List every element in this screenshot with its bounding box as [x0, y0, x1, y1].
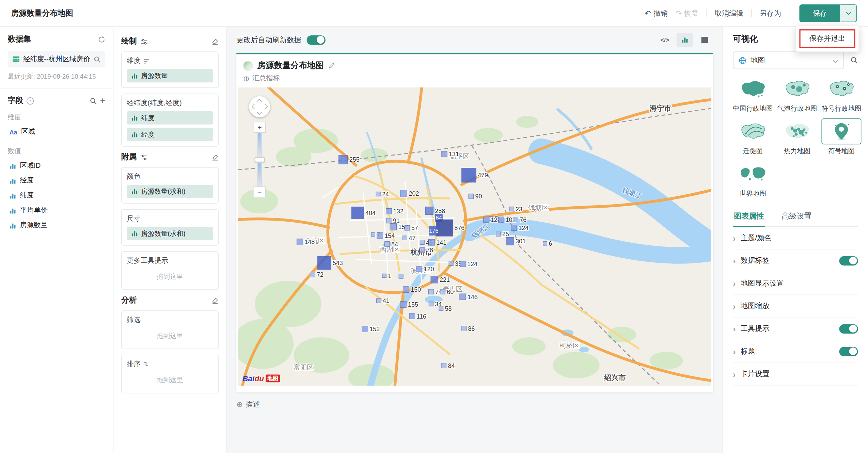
field-item[interactable]: 经度 — [8, 173, 105, 188]
map-marker[interactable] — [386, 218, 391, 223]
edit-title-icon[interactable] — [328, 62, 335, 69]
code-view-button[interactable]: </> — [657, 33, 673, 47]
viz-type-option[interactable]: 气泡行政地图 — [777, 76, 817, 114]
map-marker[interactable] — [511, 225, 517, 231]
search-fields-icon[interactable] — [90, 97, 97, 104]
map-marker[interactable] — [513, 217, 518, 222]
property-section[interactable]: ›主题/颜色 — [733, 227, 858, 250]
field-chip[interactable]: 经度 — [127, 128, 213, 141]
map-marker[interactable] — [400, 190, 407, 197]
preview-dataset-icon[interactable] — [94, 55, 101, 63]
field-chip[interactable]: 房源数量 — [127, 69, 213, 82]
map-marker[interactable] — [400, 302, 406, 308]
description-button[interactable]: ⊕ 描述 — [236, 400, 713, 409]
property-section[interactable]: ›卡片设置 — [733, 363, 858, 386]
map-marker[interactable] — [442, 151, 447, 157]
map-marker[interactable] — [439, 306, 443, 311]
clear-icon[interactable] — [211, 38, 219, 45]
zoom-slider-track[interactable] — [257, 133, 262, 157]
drop-zone[interactable]: 更多工具提示拖到这里 — [121, 251, 219, 290]
map-marker[interactable] — [310, 272, 315, 277]
field-chip[interactable]: 房源数量(求和) — [127, 185, 213, 198]
save-as-button[interactable]: 另存为 — [759, 8, 781, 18]
map-marker[interactable] — [483, 217, 489, 222]
map-canvas[interactable]: 海宁市临平区钱塘区钱塘江钱塘江杭州市西湖区余杭区滨江区萧山区柯桥区绍兴市富阳区 … — [238, 87, 711, 386]
map-marker[interactable] — [399, 274, 403, 278]
map-marker[interactable] — [429, 302, 433, 306]
chart-view-button[interactable] — [677, 33, 693, 47]
field-item[interactable]: 区域ID — [8, 158, 105, 173]
pan-down-icon[interactable] — [257, 109, 262, 115]
drop-zone[interactable]: 经纬度(纬度,经度)纬度经度 — [121, 94, 219, 147]
save-and-exit-menu-item[interactable]: 保存并退出 — [809, 34, 846, 43]
map-marker[interactable] — [462, 168, 476, 182]
pan-right-icon[interactable] — [262, 104, 268, 109]
map-marker[interactable] — [431, 276, 438, 283]
map-marker[interactable] — [376, 192, 380, 196]
field-item[interactable]: 平均单价 — [8, 203, 105, 218]
map-marker[interactable] — [339, 155, 348, 164]
zoom-out-button[interactable]: − — [254, 187, 266, 198]
pan-left-icon[interactable] — [252, 104, 257, 109]
drop-zone[interactable]: 颜色房源数量(求和) — [121, 167, 219, 204]
drop-zone[interactable]: 筛选拖到这里 — [121, 310, 219, 349]
map-marker[interactable] — [318, 256, 331, 270]
zoom-slider-track[interactable] — [257, 162, 262, 187]
map-marker[interactable] — [403, 236, 407, 240]
map-marker[interactable] — [351, 207, 364, 219]
undo-button[interactable]: ↶ 撤销 — [645, 8, 668, 18]
map-marker[interactable] — [297, 239, 303, 245]
save-dropdown-button[interactable] — [840, 4, 857, 22]
map-marker[interactable] — [384, 242, 390, 247]
section-toggle[interactable] — [839, 324, 858, 334]
section-toggle[interactable] — [839, 256, 858, 265]
map-marker[interactable] — [460, 294, 466, 300]
viz-type-option[interactable]: 符号行政地图 — [821, 76, 861, 114]
viz-type-option[interactable]: 世界地图 — [733, 161, 773, 199]
tab-chart-properties[interactable]: 图表属性 — [733, 206, 765, 227]
field-chip[interactable]: 纬度 — [127, 111, 213, 125]
search-chart-type-icon[interactable] — [850, 56, 858, 64]
zoom-in-button[interactable]: + — [254, 122, 266, 133]
map-marker[interactable] — [543, 242, 547, 245]
map-marker[interactable] — [428, 289, 433, 294]
refresh-dataset-icon[interactable] — [98, 36, 105, 43]
map-marker[interactable] — [362, 326, 368, 332]
map-marker[interactable] — [428, 239, 435, 245]
map-marker[interactable] — [420, 248, 425, 253]
map-marker[interactable] — [416, 266, 422, 272]
property-section[interactable]: ›数据标签 — [733, 249, 858, 272]
tab-advanced-settings[interactable]: 高级设置 — [780, 206, 812, 227]
drop-zone[interactable]: 维度房源数量 — [121, 51, 219, 88]
clear-icon[interactable] — [211, 153, 219, 161]
dataset-item[interactable]: 经纬度--杭州区域房价 — [8, 51, 105, 68]
property-section[interactable]: ›标题 — [733, 340, 858, 363]
table-view-button[interactable] — [696, 33, 713, 47]
map-marker[interactable] — [506, 237, 514, 245]
field-item[interactable]: Aa区域 — [8, 125, 105, 140]
map-marker[interactable] — [386, 209, 391, 214]
pan-up-icon[interactable] — [257, 99, 262, 104]
map-marker[interactable] — [403, 287, 409, 293]
property-section[interactable]: ›地图显示设置 — [733, 272, 858, 295]
zoom-slider-knob[interactable] — [255, 157, 265, 162]
map-marker[interactable] — [496, 232, 501, 236]
clear-icon[interactable] — [211, 297, 219, 304]
viz-type-option[interactable]: 迁徙图 — [733, 118, 773, 156]
section-toggle[interactable] — [839, 346, 858, 356]
map-marker[interactable] — [461, 326, 467, 331]
add-calc-field-icon[interactable]: + — [100, 96, 105, 106]
map-marker[interactable] — [405, 225, 410, 230]
drop-zone[interactable]: 尺寸房源数量(求和) — [121, 209, 219, 245]
cancel-edit-button[interactable]: 取消编辑 — [715, 8, 744, 18]
field-chip[interactable]: 房源数量(求和) — [127, 227, 213, 240]
map-marker[interactable] — [498, 217, 504, 222]
summary-metric-button[interactable]: ⊕ 汇总指标 — [236, 72, 713, 87]
viz-type-option[interactable]: 符号地图 — [821, 118, 861, 156]
map-marker[interactable] — [420, 240, 424, 245]
map-marker[interactable] — [377, 233, 383, 239]
property-section[interactable]: ›地图缩放 — [733, 295, 858, 318]
map-marker[interactable] — [509, 207, 514, 211]
property-section[interactable]: ›工具提示 — [733, 318, 858, 340]
map-pan-control[interactable] — [249, 96, 270, 117]
